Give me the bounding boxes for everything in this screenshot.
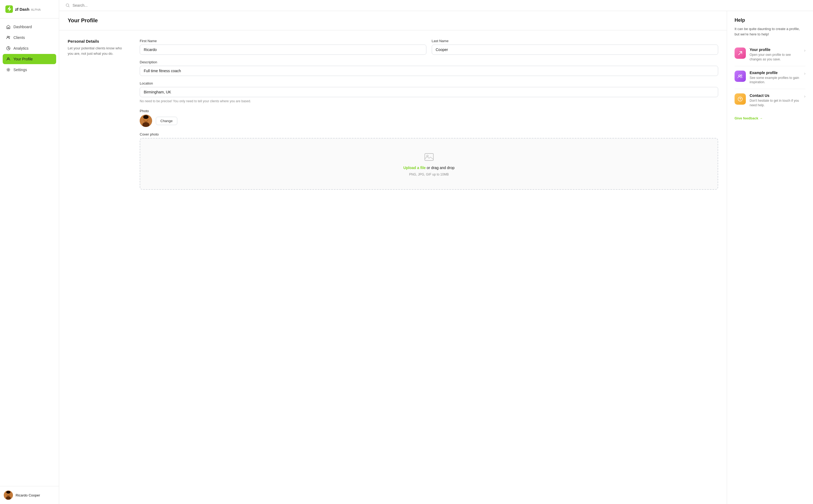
help-item-profile-desc: Open your own profile to see changes as …	[750, 53, 800, 62]
help-item-contact[interactable]: Contact Us Don't hesitate to get in touc…	[735, 89, 805, 112]
cover-upload-dropzone[interactable]: Upload a file or drag and drop PNG, JPG,…	[140, 138, 718, 190]
sidebar-item-analytics-label: Analytics	[13, 46, 28, 50]
description-input[interactable]	[140, 66, 718, 76]
svg-point-12	[9, 494, 9, 494]
upload-or-text: or drag and drop	[426, 166, 454, 170]
help-panel: Help It can be quite daunting to create …	[727, 11, 813, 504]
svg-point-21	[143, 115, 148, 119]
help-item-profile-title: Your profile	[750, 48, 800, 52]
location-input[interactable]	[140, 87, 718, 97]
sidebar-item-dashboard[interactable]: Dashboard	[3, 22, 56, 32]
user-footer: Ricardo Cooper	[0, 486, 59, 504]
sidebar: zf Dash ALPHA Dashboard	[0, 0, 59, 504]
image-icon	[424, 151, 434, 163]
content-area: Your Profile Personal Details Let your p…	[59, 11, 813, 504]
bolt-icon	[5, 5, 13, 13]
first-name-group: First Name	[140, 39, 426, 55]
location-label: Location	[140, 81, 718, 85]
avatar	[4, 491, 13, 500]
profile-header: Your Profile	[59, 11, 727, 30]
clients-icon	[6, 35, 11, 40]
svg-point-11	[8, 494, 8, 494]
home-icon	[6, 24, 11, 29]
help-items: Your profile Open your own profile to se…	[735, 43, 805, 112]
help-icon-profile	[735, 48, 746, 59]
profile-main: Your Profile Personal Details Let your p…	[59, 11, 727, 504]
photo-section: Photo	[140, 109, 718, 127]
help-item-example-profile[interactable]: Example profile See some example profile…	[735, 66, 805, 89]
app-logo: zf Dash ALPHA	[0, 0, 59, 19]
feedback-link[interactable]: Give feedback →	[735, 116, 805, 120]
chevron-right-icon-3: ›	[804, 94, 805, 99]
cover-photo-label: Cover photo	[140, 132, 718, 136]
help-icon-example	[735, 71, 746, 82]
svg-point-24	[739, 75, 740, 76]
svg-point-13	[6, 491, 10, 494]
app-name: zf Dash ALPHA	[15, 7, 41, 12]
sidebar-item-analytics[interactable]: Analytics	[3, 43, 56, 53]
section-desc: Let your potential clients know who you …	[68, 46, 127, 56]
help-item-profile-text: Your profile Open your own profile to se…	[750, 48, 800, 62]
svg-rect-22	[425, 154, 433, 160]
search-icon	[66, 3, 70, 8]
svg-point-2	[9, 36, 10, 37]
sidebar-item-dashboard-label: Dashboard	[13, 25, 32, 29]
svg-point-4	[8, 48, 9, 49]
profile-body: Personal Details Let your potential clie…	[59, 30, 727, 198]
chevron-right-icon-2: ›	[804, 71, 805, 76]
svg-point-6	[8, 69, 9, 71]
svg-point-25	[741, 75, 742, 76]
name-row: First Name Last Name	[140, 39, 718, 55]
sidebar-item-clients-label: Clients	[13, 35, 25, 40]
sidebar-item-settings[interactable]: Settings	[3, 65, 56, 75]
main-area: Your Profile Personal Details Let your p…	[59, 0, 813, 504]
sidebar-item-your-profile[interactable]: Your Profile	[3, 54, 56, 64]
help-icon-contact	[735, 93, 746, 105]
description-label: Description	[140, 60, 718, 64]
section-title: Personal Details	[68, 39, 127, 43]
photo-label: Photo	[140, 109, 718, 113]
help-item-contact-desc: Don't hesitate to get in touch if you ne…	[750, 98, 800, 108]
help-item-example-text: Example profile See some example profile…	[750, 71, 800, 85]
upload-hint: PNG, JPG, GIF up to 10MB	[409, 173, 449, 176]
help-item-contact-text: Contact Us Don't hesitate to get in touc…	[750, 93, 800, 108]
svg-point-1	[7, 36, 9, 38]
help-item-example-desc: See some example profiles to gain inspir…	[750, 76, 800, 85]
help-item-contact-title: Contact Us	[750, 93, 800, 98]
profile-photo	[140, 115, 152, 127]
last-name-input[interactable]	[432, 45, 719, 55]
first-name-input[interactable]	[140, 45, 426, 55]
profile-icon	[6, 57, 11, 61]
first-name-label: First Name	[140, 39, 426, 43]
search-input[interactable]	[72, 3, 153, 8]
upload-text: Upload a file or drag and drop	[403, 166, 455, 170]
settings-icon	[6, 67, 11, 72]
description-group: Description	[140, 60, 718, 76]
help-item-example-title: Example profile	[750, 71, 800, 75]
help-item-your-profile[interactable]: Your profile Open your own profile to se…	[735, 43, 805, 66]
help-title: Help	[735, 17, 805, 23]
location-hint: No need to be precise! You only need to …	[140, 99, 718, 104]
sidebar-item-profile-label: Your Profile	[13, 57, 33, 61]
sidebar-nav: Dashboard Clients	[0, 19, 59, 486]
page-title: Your Profile	[68, 17, 718, 24]
change-photo-button[interactable]: Change	[156, 117, 177, 125]
sidebar-item-clients[interactable]: Clients	[3, 32, 56, 43]
upload-link[interactable]: Upload a file	[403, 166, 426, 170]
last-name-label: Last Name	[432, 39, 719, 43]
sidebar-item-settings-label: Settings	[13, 68, 27, 72]
photo-row: Change	[140, 115, 718, 127]
cover-photo-group: Cover photo Upload a file or drag a	[140, 132, 718, 190]
profile-form: First Name Last Name Description	[140, 39, 718, 190]
chevron-right-icon: ›	[804, 48, 805, 53]
svg-point-27	[740, 100, 741, 100]
user-name: Ricardo Cooper	[16, 493, 40, 497]
location-group: Location No need to be precise! You only…	[140, 81, 718, 104]
help-intro: It can be quite daunting to create a pro…	[735, 26, 805, 37]
topbar	[59, 0, 813, 11]
last-name-group: Last Name	[432, 39, 719, 55]
analytics-icon	[6, 46, 11, 51]
section-description: Personal Details Let your potential clie…	[68, 39, 127, 190]
